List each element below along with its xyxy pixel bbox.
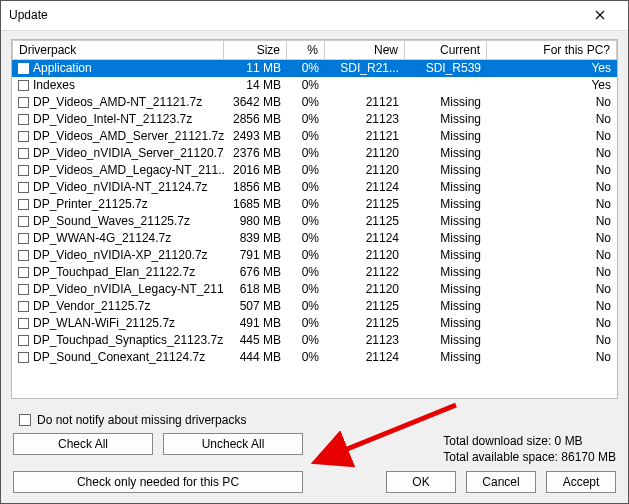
- col-current[interactable]: Current: [405, 40, 487, 60]
- table-row[interactable]: DP_WWAN-4G_21124.7z839 MB0%21124MissingN…: [12, 230, 617, 247]
- row-checkbox[interactable]: [18, 301, 29, 312]
- table-row[interactable]: DP_WLAN-WiFi_21125.7z491 MB0%21125Missin…: [12, 315, 617, 332]
- cell-name: DP_Printer_21125.7z: [33, 197, 148, 211]
- cell-percent: 0%: [287, 332, 325, 349]
- table-body[interactable]: Application11 MB0%SDI_R21...SDI_R539YesI…: [12, 60, 617, 398]
- table-row[interactable]: DP_Video_nVIDIA-XP_21120.7z791 MB0%21120…: [12, 247, 617, 264]
- check-all-button[interactable]: Check All: [13, 433, 153, 455]
- cell-for-this-pc: No: [487, 264, 617, 281]
- close-button[interactable]: [580, 1, 620, 29]
- table-row[interactable]: DP_Videos_AMD_Server_21121.7z2493 MB0%21…: [12, 128, 617, 145]
- cell-current: Missing: [405, 315, 487, 332]
- row-checkbox[interactable]: [18, 97, 29, 108]
- table-row[interactable]: DP_Video_nVIDIA_Legacy-NT_211...618 MB0%…: [12, 281, 617, 298]
- table-row[interactable]: DP_Videos_AMD_Legacy-NT_211...2016 MB0%2…: [12, 162, 617, 179]
- table-row[interactable]: DP_Touchpad_Synaptics_21123.7z445 MB0%21…: [12, 332, 617, 349]
- cell-current: [405, 77, 487, 94]
- check-needed-button[interactable]: Check only needed for this PC: [13, 471, 303, 493]
- cell-percent: 0%: [287, 111, 325, 128]
- col-driverpack[interactable]: Driverpack: [12, 40, 224, 60]
- row-checkbox[interactable]: [18, 148, 29, 159]
- row-checkbox[interactable]: [18, 335, 29, 346]
- table-row[interactable]: DP_Video_Intel-NT_21123.7z2856 MB0%21123…: [12, 111, 617, 128]
- cell-current: Missing: [405, 213, 487, 230]
- cell-current: SDI_R539: [405, 60, 487, 77]
- cell-new: 21125: [325, 315, 405, 332]
- cell-percent: 0%: [287, 281, 325, 298]
- cell-name: DP_Sound_Waves_21125.7z: [33, 214, 190, 228]
- col-percent[interactable]: %: [287, 40, 325, 60]
- cell-new: 21120: [325, 162, 405, 179]
- row-checkbox[interactable]: [18, 114, 29, 125]
- table-row[interactable]: Application11 MB0%SDI_R21...SDI_R539Yes: [12, 60, 617, 77]
- cell-size: 445 MB: [224, 332, 287, 349]
- cell-size: 14 MB: [224, 77, 287, 94]
- cell-name: DP_Video_nVIDIA_Legacy-NT_211...: [33, 282, 224, 296]
- cell-for-this-pc: No: [487, 349, 617, 366]
- cell-size: 676 MB: [224, 264, 287, 281]
- table-row[interactable]: DP_Vendor_21125.7z507 MB0%21125MissingNo: [12, 298, 617, 315]
- cell-new: SDI_R21...: [325, 60, 405, 77]
- cell-percent: 0%: [287, 179, 325, 196]
- accept-button[interactable]: Accept: [546, 471, 616, 493]
- cell-current: Missing: [405, 247, 487, 264]
- cell-current: Missing: [405, 94, 487, 111]
- cell-percent: 0%: [287, 162, 325, 179]
- row-checkbox[interactable]: [18, 216, 29, 227]
- table-row[interactable]: DP_Video_nVIDIA-NT_21124.7z1856 MB0%2112…: [12, 179, 617, 196]
- row-checkbox[interactable]: [18, 182, 29, 193]
- cell-new: 21120: [325, 281, 405, 298]
- cell-current: Missing: [405, 281, 487, 298]
- cell-new: 21121: [325, 128, 405, 145]
- col-size[interactable]: Size: [224, 40, 287, 60]
- footer-area: Do not notify about missing driverpacks …: [1, 409, 628, 503]
- row-checkbox[interactable]: [18, 250, 29, 261]
- table-row[interactable]: DP_Sound_Waves_21125.7z980 MB0%21125Miss…: [12, 213, 617, 230]
- row-checkbox[interactable]: [18, 318, 29, 329]
- cell-current: Missing: [405, 111, 487, 128]
- cancel-button[interactable]: Cancel: [466, 471, 536, 493]
- row-checkbox[interactable]: [18, 233, 29, 244]
- row-checkbox[interactable]: [18, 63, 29, 74]
- cell-percent: 0%: [287, 298, 325, 315]
- cell-current: Missing: [405, 145, 487, 162]
- cell-name: DP_Vendor_21125.7z: [33, 299, 150, 313]
- row-checkbox[interactable]: [18, 199, 29, 210]
- table-row[interactable]: DP_Videos_AMD-NT_21121.7z3642 MB0%21121M…: [12, 94, 617, 111]
- cell-size: 791 MB: [224, 247, 287, 264]
- cell-current: Missing: [405, 128, 487, 145]
- notify-checkbox[interactable]: [19, 414, 31, 426]
- col-new[interactable]: New: [325, 40, 405, 60]
- cell-name: DP_Touchpad_Synaptics_21123.7z: [33, 333, 223, 347]
- cell-for-this-pc: No: [487, 196, 617, 213]
- table-row[interactable]: DP_Printer_21125.7z1685 MB0%21125Missing…: [12, 196, 617, 213]
- cell-percent: 0%: [287, 94, 325, 111]
- cell-current: Missing: [405, 349, 487, 366]
- row-checkbox[interactable]: [18, 131, 29, 142]
- update-dialog: Update Driverpack Size % New Current For…: [0, 0, 629, 504]
- row-checkbox[interactable]: [18, 80, 29, 91]
- row-checkbox[interactable]: [18, 267, 29, 278]
- table-row[interactable]: DP_Touchpad_Elan_21122.7z676 MB0%21122Mi…: [12, 264, 617, 281]
- row-checkbox[interactable]: [18, 165, 29, 176]
- table-row[interactable]: Indexes14 MB0%Yes: [12, 77, 617, 94]
- table-row[interactable]: DP_Video_nVIDIA_Server_21120.7z2376 MB0%…: [12, 145, 617, 162]
- ok-button[interactable]: OK: [386, 471, 456, 493]
- total-download-label: Total download size: 0 MB: [443, 433, 616, 449]
- row-checkbox[interactable]: [18, 352, 29, 363]
- cell-name: DP_Video_nVIDIA_Server_21120.7z: [33, 146, 224, 160]
- cell-for-this-pc: No: [487, 145, 617, 162]
- cell-size: 1685 MB: [224, 196, 287, 213]
- table-row[interactable]: DP_Sound_Conexant_21124.7z444 MB0%21124M…: [12, 349, 617, 366]
- cell-name: DP_Sound_Conexant_21124.7z: [33, 350, 205, 364]
- col-for-this-pc[interactable]: For this PC?: [487, 40, 617, 60]
- cell-current: Missing: [405, 298, 487, 315]
- cell-name: DP_WWAN-4G_21124.7z: [33, 231, 171, 245]
- cell-size: 2016 MB: [224, 162, 287, 179]
- cell-current: Missing: [405, 179, 487, 196]
- uncheck-all-button[interactable]: Uncheck All: [163, 433, 303, 455]
- row-checkbox[interactable]: [18, 284, 29, 295]
- cell-size: 618 MB: [224, 281, 287, 298]
- cell-for-this-pc: No: [487, 162, 617, 179]
- cell-percent: 0%: [287, 315, 325, 332]
